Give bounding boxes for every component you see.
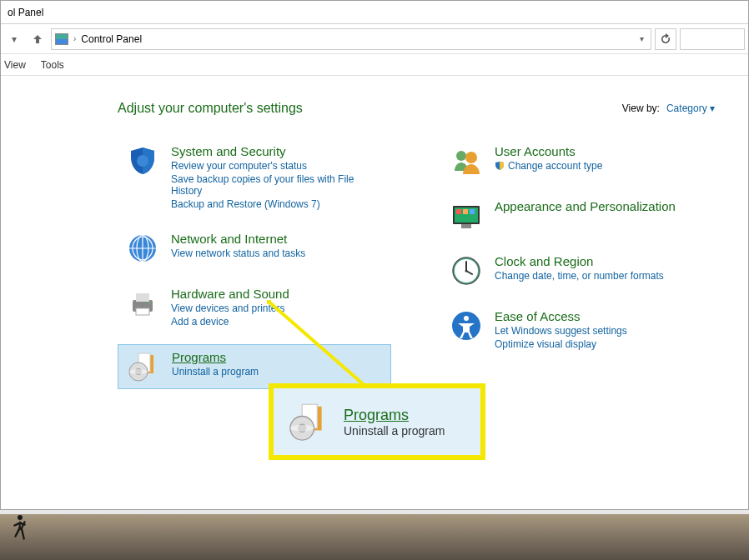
viewby: View by: Category ▾: [622, 102, 715, 114]
refresh-button[interactable]: [655, 28, 676, 50]
control-panel-icon: [55, 33, 68, 45]
search-input[interactable]: [680, 28, 745, 50]
category-grid: System and Security Review your computer…: [118, 139, 715, 389]
desktop-background: [0, 514, 749, 560]
callout-programs: Programs Uninstall a program: [269, 383, 485, 460]
ease-of-access-icon: [450, 309, 483, 342]
svg-rect-4: [136, 293, 149, 302]
category-link[interactable]: Save backup copies of your files with Fi…: [171, 173, 383, 197]
breadcrumb-location[interactable]: Control Panel: [81, 33, 631, 45]
viewby-dropdown[interactable]: Category ▾: [666, 102, 715, 114]
callout-title[interactable]: Programs: [344, 407, 445, 424]
clock-icon: [450, 254, 483, 288]
category-appearance: Appearance and Personalization: [441, 194, 715, 238]
category-title[interactable]: Network and Internet: [171, 232, 305, 246]
svg-rect-17: [463, 209, 468, 214]
category-network-internet: Network and Internet View network status…: [118, 227, 391, 270]
category-link[interactable]: Change account type: [508, 160, 602, 172]
svg-rect-18: [470, 209, 475, 214]
refresh-icon: [660, 33, 671, 45]
address-toolbar: ▾ › Control Panel ▾: [1, 24, 748, 54]
svg-point-12: [456, 151, 466, 161]
address-box[interactable]: › Control Panel ▾: [51, 28, 651, 50]
left-column: System and Security Review your computer…: [118, 139, 391, 389]
uac-shield-icon: [495, 161, 505, 171]
svg-point-22: [465, 270, 468, 272]
category-link[interactable]: Change date, time, or number formats: [495, 270, 664, 282]
menu-view[interactable]: View: [4, 59, 26, 71]
category-title[interactable]: User Accounts: [495, 144, 602, 158]
window-title: ol Panel: [8, 7, 43, 18]
svg-rect-16: [456, 209, 461, 214]
address-dropdown-button[interactable]: ▾: [636, 34, 647, 43]
viewby-label: View by:: [622, 102, 660, 114]
category-system-security: System and Security Review your computer…: [118, 139, 391, 215]
svg-point-31: [290, 425, 314, 432]
category-link[interactable]: View network status and tasks: [171, 248, 305, 259]
nav-up-button[interactable]: [28, 29, 48, 49]
svg-rect-5: [136, 308, 149, 315]
shield-icon: [126, 144, 159, 178]
category-link[interactable]: Let Windows suggest settings: [495, 325, 627, 337]
nav-back-dropdown[interactable]: ▾: [4, 29, 24, 49]
category-link[interactable]: Review your computer's status: [171, 160, 383, 172]
category-link[interactable]: Optimize visual display: [495, 338, 627, 350]
menubar: View Tools: [1, 54, 748, 76]
heading-row: Adjust your computer's settings View by:…: [118, 101, 715, 116]
chevron-down-icon: ▾: [12, 33, 17, 45]
wallpaper-figure: [8, 514, 32, 545]
category-title[interactable]: Hardware and Sound: [171, 287, 289, 301]
titlebar: ol Panel: [1, 1, 748, 24]
breadcrumb-separator: ›: [73, 34, 76, 43]
category-title[interactable]: System and Security: [171, 144, 383, 158]
appearance-icon: [450, 199, 483, 232]
menu-tools[interactable]: Tools: [41, 59, 64, 71]
category-link[interactable]: Uninstall a program: [172, 366, 259, 378]
svg-point-6: [148, 302, 151, 305]
desktop-wallpaper: [0, 514, 749, 560]
programs-icon: [287, 400, 330, 443]
svg-point-13: [465, 152, 477, 163]
programs-icon: [127, 350, 160, 383]
callout-subtitle[interactable]: Uninstall a program: [344, 424, 445, 438]
svg-rect-19: [461, 224, 471, 228]
svg-point-24: [464, 316, 469, 321]
category-title[interactable]: Ease of Access: [495, 309, 627, 323]
page-heading: Adjust your computer's settings: [118, 101, 303, 116]
right-column: User Accounts Change account type Appear…: [441, 139, 715, 389]
category-title[interactable]: Appearance and Personalization: [495, 199, 676, 213]
category-link[interactable]: Add a device: [171, 316, 289, 328]
user-accounts-icon: [450, 144, 483, 178]
svg-point-32: [18, 515, 23, 520]
category-hardware-sound: Hardware and Sound View devices and prin…: [118, 282, 391, 332]
category-ease-of-access: Ease of Access Let Windows suggest setti…: [441, 304, 715, 355]
category-user-accounts: User Accounts Change account type: [441, 139, 715, 182]
printer-icon: [126, 287, 159, 320]
svg-point-0: [137, 155, 148, 167]
category-clock-region: Clock and Region Change date, time, or n…: [441, 249, 715, 292]
category-link[interactable]: Backup and Restore (Windows 7): [171, 198, 383, 210]
category-title[interactable]: Programs: [172, 350, 259, 364]
globe-icon: [126, 232, 159, 265]
category-link[interactable]: View devices and printers: [171, 302, 289, 314]
up-arrow-icon: [31, 32, 44, 46]
category-title[interactable]: Clock and Region: [495, 254, 664, 268]
svg-point-11: [129, 369, 148, 374]
category-programs[interactable]: Programs Uninstall a program: [118, 344, 391, 389]
